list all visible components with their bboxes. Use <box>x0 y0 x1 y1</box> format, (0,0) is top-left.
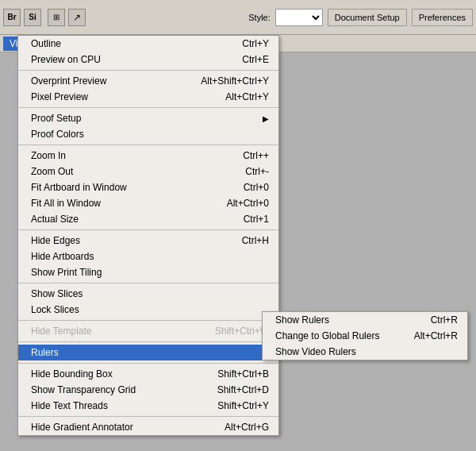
document-setup-button[interactable]: Document Setup <box>328 9 407 26</box>
menu-rulers[interactable]: Rulers ▶ <box>18 345 278 360</box>
toolbar-icon-si[interactable]: Si <box>24 9 41 26</box>
menu-preview-cpu[interactable]: Preview on CPU Ctrl+E <box>18 52 278 67</box>
menu-hide-edges[interactable]: Hide Edges Ctrl+H <box>18 233 278 249</box>
menu-hide-text-threads[interactable]: Hide Text Threads Shift+Ctrl+Y <box>18 398 278 414</box>
menu-show-transparency-grid[interactable]: Show Transparency Grid Shift+Ctrl+D <box>18 382 278 398</box>
menu-proof-colors[interactable]: Proof Colors <box>18 126 278 142</box>
rulers-submenu: Show Rulers Ctrl+R Change to Global Rule… <box>262 311 468 360</box>
separator-4 <box>18 229 278 230</box>
submenu-show-video-rulers[interactable]: Show Video Rulers <box>263 344 467 360</box>
separator-7 <box>18 341 278 342</box>
separator-8 <box>18 363 278 364</box>
menu-fit-all[interactable]: Fit All in Window Alt+Ctrl+0 <box>18 195 278 211</box>
separator-3 <box>18 145 278 145</box>
submenu-change-global-rulers[interactable]: Change to Global Rulers Alt+Ctrl+R <box>263 328 467 344</box>
style-select[interactable] <box>275 9 323 26</box>
menu-zoom-out[interactable]: Zoom Out Ctrl+- <box>18 164 278 179</box>
separator-2 <box>18 107 278 108</box>
menu-overprint-preview[interactable]: Overprint Preview Alt+Shift+Ctrl+Y <box>18 73 278 89</box>
menu-lock-slices[interactable]: Lock Slices <box>18 302 278 318</box>
main-toolbar: Br Si ⊞ ↗ View Style: Document Setup Pre… <box>0 0 476 35</box>
menu-show-print-tiling[interactable]: Show Print Tiling <box>18 264 278 280</box>
toolbar-right: View Style: Document Setup Preferences <box>248 9 473 26</box>
menu-show-slices[interactable]: Show Slices <box>18 286 278 302</box>
menu-actual-size[interactable]: Actual Size Ctrl+1 <box>18 211 278 227</box>
menu-proof-setup[interactable]: Proof Setup ▶ <box>18 110 278 126</box>
separator-5 <box>18 283 278 283</box>
separator-9 <box>18 416 278 417</box>
toolbar-icon-arrow[interactable]: ↗ <box>68 9 86 26</box>
submenu-show-rulers[interactable]: Show Rulers Ctrl+R <box>263 312 467 328</box>
separator-6 <box>18 320 278 321</box>
separator-1 <box>18 70 278 71</box>
menu-hide-gradient-annotator[interactable]: Hide Gradient Annotator Alt+Ctrl+G <box>18 419 278 435</box>
menu-hide-template: Hide Template Shift+Ctrl+W <box>18 323 278 339</box>
menu-hide-bounding-box[interactable]: Hide Bounding Box Shift+Ctrl+B <box>18 366 278 382</box>
toolbar-icon-grid[interactable]: ⊞ <box>48 9 65 26</box>
style-label-text: Style: <box>248 13 271 22</box>
preferences-button[interactable]: Preferences <box>412 9 473 26</box>
menu-pixel-preview[interactable]: Pixel Preview Alt+Ctrl+Y <box>18 89 278 105</box>
menu-zoom-in[interactable]: Zoom In Ctrl++ <box>18 148 278 164</box>
menu-fit-artboard[interactable]: Fit Artboard in Window Ctrl+0 <box>18 179 278 195</box>
menu-hide-artboards[interactable]: Hide Artboards <box>18 249 278 264</box>
view-dropdown-menu: Outline Ctrl+Y Preview on CPU Ctrl+E Ove… <box>17 35 279 436</box>
menu-outline[interactable]: Outline Ctrl+Y <box>18 36 278 52</box>
toolbar-icon-br[interactable]: Br <box>3 9 21 26</box>
